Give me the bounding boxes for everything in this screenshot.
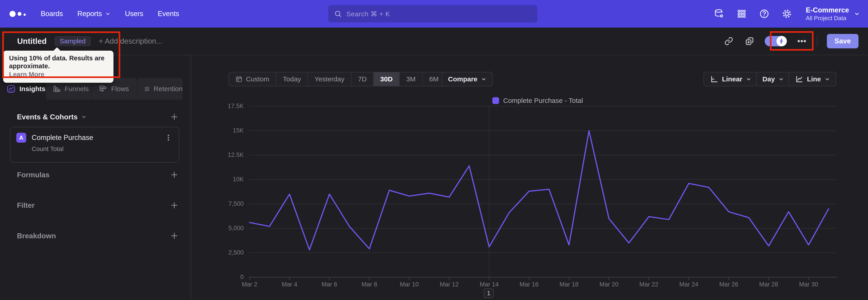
report-actions: Save — [723, 34, 859, 49]
range-label: Yesterday — [314, 75, 344, 83]
chart-type-dropdown[interactable]: Line — [788, 72, 836, 86]
search-placeholder: Search ⌘ + K — [346, 10, 390, 18]
range-today[interactable]: Today — [276, 72, 307, 86]
add-to-board-icon[interactable] — [744, 35, 755, 47]
event-metric[interactable]: Count Total — [32, 145, 173, 153]
x-axis-label: Mar 2 — [231, 281, 268, 288]
x-axis-label: Mar 8 — [351, 281, 388, 288]
range-custom[interactable]: Custom — [229, 72, 276, 86]
date-range-selector: CustomTodayYesterday7D30D3M6M12M — [228, 72, 472, 86]
help-icon[interactable] — [759, 8, 770, 19]
x-axis-label: Mar 16 — [511, 281, 547, 288]
search-input[interactable]: Search ⌘ + K — [328, 5, 537, 22]
settings-gear-icon[interactable] — [781, 8, 792, 19]
mixpanel-logo-icon[interactable] — [9, 11, 26, 17]
chevron-down-icon — [105, 11, 111, 17]
range-label: 7D — [358, 75, 367, 83]
y-axis-label: 7,500 — [189, 200, 244, 207]
breakdown-section: Breakdown — [10, 231, 179, 241]
tab-flows-label: Flows — [111, 85, 129, 93]
x-axis-label: Mar 20 — [591, 281, 627, 288]
sampling-toggle[interactable] — [765, 36, 786, 46]
x-axis-label: Mar 6 — [311, 281, 347, 288]
x-axis-label: Mar 14 — [471, 281, 507, 288]
share-link-icon[interactable] — [723, 35, 735, 47]
add-filter-button[interactable] — [169, 200, 179, 210]
plus-icon — [170, 232, 178, 240]
interval-dropdown[interactable]: Day — [756, 72, 790, 86]
search-icon — [334, 10, 342, 18]
nav-right-cluster: E-Commerce All Project Data — [714, 0, 860, 28]
report-title[interactable]: Untitled — [17, 37, 46, 46]
linear-scale-icon — [710, 75, 718, 83]
chevron-down-icon — [481, 77, 487, 82]
plus-icon — [170, 171, 178, 179]
range-label: Today — [283, 75, 301, 83]
event-card[interactable]: A Complete Purchase Count Total — [10, 127, 179, 162]
project-selector[interactable]: E-Commerce All Project Data — [806, 6, 860, 22]
range-label: 6M — [429, 75, 439, 83]
legend-swatch — [492, 97, 499, 104]
series-line[interactable] — [250, 131, 829, 250]
nav-boards-label: Boards — [41, 10, 63, 18]
range-30d[interactable]: 30D — [373, 72, 399, 86]
lightning-bolt-icon — [778, 38, 785, 44]
x-axis-label: Mar 24 — [671, 281, 707, 288]
data-management-icon[interactable] — [714, 8, 724, 19]
add-event-button[interactable] — [169, 112, 179, 122]
pagination-page-1[interactable]: 1 — [484, 289, 494, 298]
retention-icon — [144, 85, 150, 93]
sampled-badge[interactable]: Sampled — [55, 36, 90, 46]
y-axis-label: 12.5K — [189, 151, 244, 158]
save-button[interactable]: Save — [827, 34, 859, 49]
nav-users[interactable]: Users — [125, 10, 143, 18]
chevron-down-icon — [854, 11, 860, 17]
y-axis-label: 0 — [189, 274, 244, 280]
range-label: 3M — [406, 75, 416, 83]
learn-more-link[interactable]: Learn More — [9, 70, 44, 79]
range-7d[interactable]: 7D — [351, 72, 373, 86]
y-axis-label: 15K — [189, 127, 244, 134]
range-yesterday[interactable]: Yesterday — [307, 72, 351, 86]
primary-nav: Boards Reports Users Events — [41, 10, 179, 18]
chart-type-label: Line — [807, 75, 821, 83]
compare-button[interactable]: Compare — [442, 72, 493, 86]
sidebar-divider — [191, 55, 191, 300]
insights-query-panel: Events & Cohorts A Complete Purchase Cou… — [0, 100, 191, 300]
toggle-knob — [776, 36, 787, 46]
range-3m[interactable]: 3M — [399, 72, 422, 86]
analytics-app: Boards Reports Users Events Search ⌘ + K… — [0, 0, 868, 300]
project-scope: All Project Data — [806, 15, 849, 22]
chevron-down-icon — [825, 77, 830, 82]
chevron-down-icon — [81, 114, 87, 120]
scale-label: Linear — [722, 75, 742, 83]
divider — [817, 36, 817, 46]
compare-label: Compare — [448, 75, 477, 83]
event-row: A Complete Purchase — [16, 133, 173, 143]
add-breakdown-button[interactable] — [169, 231, 179, 241]
scale-dropdown[interactable]: Linear — [704, 72, 758, 86]
events-cohorts-header: Events & Cohorts — [10, 112, 179, 122]
event-name[interactable]: Complete Purchase — [32, 133, 158, 142]
chevron-down-icon — [778, 77, 784, 82]
project-name: E-Commerce — [806, 6, 849, 14]
top-nav: Boards Reports Users Events Search ⌘ + K… — [0, 0, 868, 28]
tooltip-text: Using 10% of data. Results are approxima… — [9, 54, 107, 70]
add-description[interactable]: + Add description... — [99, 37, 162, 46]
apps-grid-icon[interactable] — [736, 8, 747, 19]
chart-legend[interactable]: Complete Purchase - Total — [492, 97, 583, 104]
nav-reports[interactable]: Reports — [77, 10, 111, 18]
event-options-icon[interactable] — [164, 133, 173, 143]
x-axis-label: Mar 10 — [391, 281, 428, 288]
add-formula-button[interactable] — [169, 170, 179, 180]
nav-events[interactable]: Events — [158, 10, 179, 18]
tab-retention[interactable]: Retention — [137, 78, 183, 100]
events-cohorts-label[interactable]: Events & Cohorts — [17, 113, 87, 121]
nav-boards[interactable]: Boards — [41, 10, 63, 18]
chevron-down-icon — [746, 77, 751, 82]
interval-label: Day — [763, 75, 775, 83]
report-header: Untitled Sampled + Add description... Sa… — [0, 28, 868, 55]
x-axis-label: Mar 28 — [751, 281, 787, 288]
more-options-icon[interactable] — [796, 35, 807, 47]
plus-icon — [170, 113, 178, 121]
